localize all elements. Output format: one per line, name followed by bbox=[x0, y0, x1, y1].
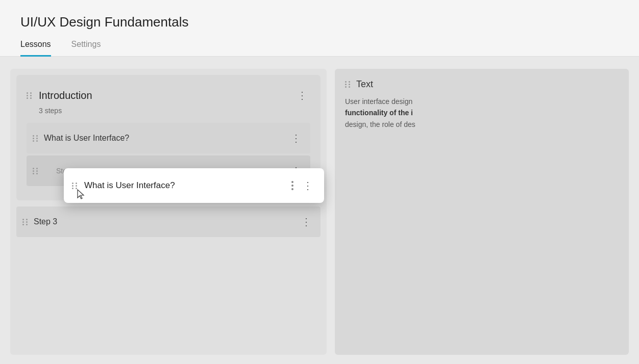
tab-settings[interactable]: Settings bbox=[71, 40, 101, 57]
step-title-1: What is User Interface? bbox=[44, 134, 129, 143]
content-block-drag-icon[interactable] bbox=[345, 81, 351, 88]
content-area: Introduction ⋮ 3 steps bbox=[0, 57, 639, 364]
step-drag-icon-2[interactable] bbox=[33, 168, 39, 174]
step-menu-1[interactable]: ⋮ bbox=[288, 130, 304, 146]
step-item-3-container: Step 3 ⋮ bbox=[16, 206, 321, 237]
drag-card-handle-icon[interactable] bbox=[72, 183, 78, 189]
steps-count: 3 steps bbox=[39, 107, 310, 115]
content-block-title: Text bbox=[356, 79, 373, 90]
content-line3: design, the role of des bbox=[345, 120, 415, 128]
content-line2: functionality of the i bbox=[345, 109, 413, 117]
content-line1: User interface design bbox=[345, 97, 412, 106]
header: UI/UX Design Fundamentals Lessons Settin… bbox=[0, 0, 639, 57]
step-left-1: What is User Interface? bbox=[33, 134, 129, 143]
tabs: Lessons Settings bbox=[20, 39, 619, 56]
lesson-title: Introduction bbox=[39, 90, 92, 101]
drag-handle-icon[interactable] bbox=[27, 92, 33, 99]
step-item-1: What is User Interface? ⋮ bbox=[27, 123, 310, 153]
step-drag-icon-3[interactable] bbox=[22, 219, 29, 225]
drag-card-right: ⋮ bbox=[289, 177, 316, 194]
content-block-header: Text bbox=[345, 79, 619, 90]
drag-card-left: What is User Interface? bbox=[72, 180, 175, 191]
lesson-title-group: Introduction bbox=[27, 90, 92, 101]
drag-card-menu-button[interactable]: ⋮ bbox=[300, 177, 316, 194]
drag-card[interactable]: What is User Interface? ⋮ bbox=[64, 168, 324, 203]
right-panel: Text User interface design functionality… bbox=[335, 69, 629, 355]
page-title: UI/UX Design Fundamentals bbox=[20, 14, 619, 39]
step-title-3: Step 3 bbox=[34, 217, 57, 226]
content-text: User interface design functionality of t… bbox=[345, 96, 619, 130]
text-content-block: Text User interface design functionality… bbox=[345, 79, 619, 130]
step-item-3: Step 3 ⋮ bbox=[16, 206, 321, 237]
lesson-header: Introduction ⋮ bbox=[27, 87, 310, 103]
step-menu-3[interactable]: ⋮ bbox=[298, 214, 314, 230]
left-panel: Introduction ⋮ 3 steps bbox=[10, 69, 327, 355]
drag-card-title: What is User Interface? bbox=[84, 180, 175, 191]
step-drag-icon-1[interactable] bbox=[33, 135, 39, 142]
tab-lessons[interactable]: Lessons bbox=[20, 40, 51, 57]
lesson-menu-button[interactable]: ⋮ bbox=[294, 87, 310, 103]
step-left-3: Step 3 bbox=[22, 217, 57, 226]
drag-card-dots-icon[interactable] bbox=[289, 179, 296, 192]
main-container: UI/UX Design Fundamentals Lessons Settin… bbox=[0, 0, 639, 364]
